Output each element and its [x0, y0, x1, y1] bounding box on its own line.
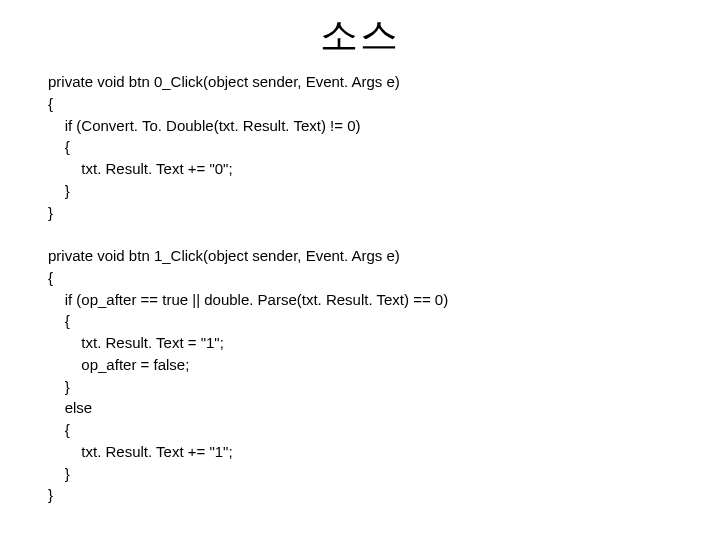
code-content: private void btn 0_Click(object sender, …: [0, 71, 720, 506]
slide-container: 소스 private void btn 0_Click(object sende…: [0, 0, 720, 540]
slide-title: 소스: [0, 0, 720, 71]
